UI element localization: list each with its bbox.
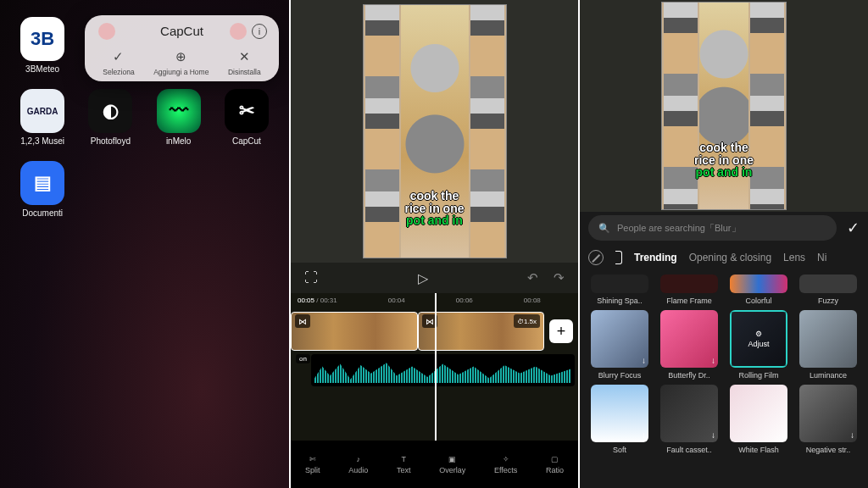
bottom-toolbar: ✄Split ♪Audio TText ▣Overlay ✧Effects ▢R… [291, 441, 578, 488]
context-title: CapCut [160, 24, 203, 38]
search-placeholder: People are searching「Blur」 [617, 222, 741, 235]
app-label: Documenti [22, 208, 63, 218]
track-label: on [296, 354, 310, 363]
play-button[interactable]: ▷ [418, 270, 428, 286]
add-home-icon: ⊕ [173, 48, 190, 65]
effect-flame-frame[interactable]: Flame Frame [658, 274, 721, 305]
checkmark-icon: ✓ [110, 48, 127, 65]
editor-panel: cook the rice in one pot and in ⛶ ▷ ↶ ↷ … [289, 0, 578, 488]
app-label: Photofloyd [91, 136, 131, 146]
audio-track[interactable] [311, 354, 575, 386]
effect-fuzzy[interactable]: Fuzzy [797, 274, 860, 305]
search-row: 🔍 People are searching「Blur」 ✓ [580, 212, 868, 244]
inmelo-icon: 〰 [157, 89, 201, 133]
meteo-icon: 3B [20, 17, 64, 61]
overlay-icon: ▣ [448, 455, 456, 463]
effects-preview[interactable]: cook the rice in one pot and in [580, 0, 868, 212]
info-icon[interactable]: i [252, 24, 267, 39]
music-icon: ♪ [356, 455, 360, 463]
caption-overlay: cook the rice in one pot and in [662, 141, 786, 179]
app-documenti[interactable]: ▤ Documenti [10, 161, 75, 218]
tab-trending[interactable]: Trending [634, 252, 677, 263]
clip-2[interactable]: ⋈ ⏱1.5x [418, 312, 545, 351]
tool-audio[interactable]: ♪Audio [348, 455, 368, 474]
video-frame: cook the rice in one pot and in [661, 2, 787, 210]
app-3bmeteo[interactable]: 3B 3BMeteo [10, 17, 75, 74]
effect-tabs: Trending Opening & closing Lens Ni [580, 244, 868, 271]
effect-rolling-film[interactable]: ⚙AdjustRolling Film [727, 310, 790, 380]
effect-butterfly-dream[interactable]: ↓Butterfly Dr.. [658, 310, 721, 380]
sparkle-icon: ✧ [503, 455, 509, 463]
text-icon: T [401, 455, 406, 463]
ratio-icon: ▢ [551, 455, 559, 463]
redo-button[interactable]: ↷ [554, 270, 565, 286]
app-label: inMelo [166, 136, 191, 146]
effects-panel: cook the rice in one pot and in 🔍 People… [578, 0, 868, 488]
download-icon: ↓ [642, 430, 646, 440]
capcut-icon: ✂ [225, 89, 269, 133]
effect-luminance[interactable]: Luminance [797, 310, 860, 380]
app-musei[interactable]: GARDA 1,2,3 Musei [10, 89, 75, 146]
musei-icon: GARDA [20, 89, 64, 133]
confirm-button[interactable]: ✓ [847, 219, 860, 237]
app-capcut[interactable]: ✂ CapCut [214, 89, 279, 146]
search-input[interactable]: 🔍 People are searching「Blur」 [588, 215, 837, 241]
tool-split[interactable]: ✄Split [305, 455, 320, 474]
home-screen-panel: 3B 3BMeteo GARDA 1,2,3 Musei ◐ Photofloy… [0, 0, 289, 488]
caption-overlay: cook the rice in one pot and in [364, 190, 506, 227]
tool-effects[interactable]: ✧Effects [494, 455, 517, 474]
download-icon: ↓ [711, 356, 715, 365]
app-label: 3BMeteo [25, 64, 59, 74]
no-effect-icon[interactable] [588, 250, 604, 265]
timeline[interactable]: 00:05 / 00:31 00:04 00:06 00:08 ⋈ ⋈ ⏱1.5… [291, 293, 578, 441]
transition-icon[interactable]: ⋈ [295, 314, 310, 328]
effect-fault-cassette[interactable]: ↓Fault casset.. [658, 385, 721, 454]
clip-1[interactable]: ⋈ [291, 312, 418, 351]
bracket-icon[interactable] [615, 251, 622, 264]
effect-colorful[interactable]: Colorful [727, 274, 790, 305]
close-icon: ✕ [236, 48, 253, 65]
tab-next[interactable]: Ni [817, 252, 826, 263]
speed-badge[interactable]: ⏱1.5x [514, 314, 540, 328]
app-inmelo[interactable]: 〰 inMelo [147, 89, 211, 146]
tool-ratio[interactable]: ▢Ratio [546, 455, 564, 474]
download-icon: ↓ [711, 430, 715, 440]
playhead[interactable] [435, 293, 437, 441]
download-icon: ↓ [781, 430, 785, 440]
context-uninstall[interactable]: ✕ Disinstalla [228, 48, 261, 76]
context-add-home[interactable]: ⊕ Aggiungi a Home [153, 48, 209, 76]
effect-negative-strip[interactable]: ↓Negative str.. [797, 385, 860, 454]
undo-button[interactable]: ↶ [527, 270, 538, 286]
download-icon: ↓ [642, 356, 646, 365]
effect-white-flash[interactable]: ↓White Flash [727, 385, 790, 454]
context-select[interactable]: ✓ Seleziona [103, 48, 134, 76]
scissors-icon: ✄ [309, 455, 316, 463]
preview-controls: ⛶ ▷ ↶ ↷ [291, 263, 578, 293]
app-label: 1,2,3 Musei [20, 136, 64, 146]
docs-icon: ▤ [20, 161, 64, 205]
photofloyd-icon: ◐ [88, 89, 132, 133]
tab-lens[interactable]: Lens [783, 252, 805, 263]
tool-overlay[interactable]: ▣Overlay [439, 455, 465, 474]
tool-text[interactable]: TText [397, 455, 411, 474]
adjust-icon: ⚙ [755, 330, 762, 338]
effect-shining-sparkle[interactable]: Shining Spa.. [588, 274, 651, 305]
search-icon: 🔍 [598, 223, 610, 234]
effect-soft[interactable]: ↓Soft [588, 385, 651, 454]
video-frame: cook the rice in one pot and in [363, 4, 507, 258]
fullscreen-icon[interactable]: ⛶ [304, 270, 318, 286]
effect-blurry-focus[interactable]: ↓Blurry Focus [588, 310, 651, 380]
app-label: CapCut [232, 136, 261, 146]
tab-opening-closing[interactable]: Opening & closing [689, 252, 771, 263]
effects-grid[interactable]: Shining Spa.. Flame Frame Colorful Fuzzy… [580, 271, 868, 488]
download-icon: ↓ [850, 430, 854, 440]
app-photofloyd[interactable]: ◐ Photofloyd [78, 89, 142, 146]
add-clip-button[interactable]: + [549, 319, 573, 343]
context-menu: CapCut i ✓ Seleziona ⊕ Aggiungi a Home ✕… [85, 15, 279, 81]
video-preview[interactable]: cook the rice in one pot and in [291, 0, 578, 263]
